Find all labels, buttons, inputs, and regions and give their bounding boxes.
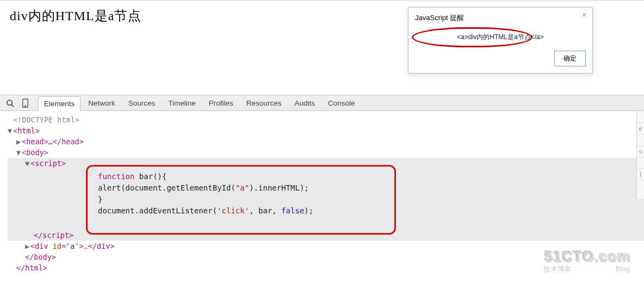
dom-script-close: </script>	[34, 230, 644, 241]
dom-head[interactable]: ▶<head>…</head>	[16, 136, 644, 147]
tab-resources[interactable]: Resources	[241, 96, 287, 110]
code-line-1: function bar(){	[98, 171, 313, 182]
dom-html-open[interactable]: ▼<html>	[8, 125, 644, 136]
tab-console[interactable]: Console	[323, 96, 361, 110]
sliver-cell-6: }	[637, 169, 644, 180]
dom-html-close: </html>	[16, 262, 644, 273]
tab-sources[interactable]: Sources	[123, 96, 161, 110]
alert-actions: 确定	[408, 46, 592, 73]
elements-dom-tree[interactable]: <!DOCTYPE html> ▼<html> ▶<head>…</head> …	[0, 111, 644, 282]
sliver-cell-5	[637, 157, 644, 169]
dom-doctype: <!DOCTYPE html>	[8, 114, 644, 125]
code-line-2: alert(document.getElementById("a").inner…	[98, 182, 313, 194]
tab-profiles[interactable]: Profiles	[203, 96, 239, 110]
tab-audits[interactable]: Audits	[289, 96, 320, 110]
alert-title-text: JavaScript 提醒	[415, 14, 464, 22]
script-source: function bar(){ alert(document.getElemen…	[98, 171, 313, 217]
svg-line-1	[11, 105, 14, 107]
code-line-4: document.addEventListener('click', bar, …	[98, 205, 313, 217]
search-icon[interactable]	[3, 96, 16, 109]
styles-sidebar-sliver[interactable]: e s }	[636, 112, 644, 199]
sliver-cell-3	[637, 134, 644, 146]
dom-body-open[interactable]: ▼<body>	[16, 147, 644, 158]
svg-point-3	[24, 105, 26, 106]
rendered-page: div内的HTML是a节点 JavaScript 提醒 × <a>div内的HT…	[0, 0, 644, 95]
alert-message-row: <a>div内的HTML是a节点</a>	[408, 26, 592, 46]
tab-elements[interactable]: Elements	[38, 96, 81, 111]
dom-script-open[interactable]: ▼<script>	[25, 158, 644, 169]
tab-network[interactable]: Network	[83, 96, 121, 110]
svg-point-0	[7, 100, 11, 105]
alert-ok-button[interactable]: 确定	[554, 51, 586, 66]
sliver-cell-1	[637, 112, 644, 123]
devtools-toolbar: Elements Network Sources Timeline Profil…	[0, 95, 644, 111]
sliver-cell-2: e	[637, 123, 644, 134]
sliver-cell-4: s	[637, 146, 644, 157]
tab-timeline[interactable]: Timeline	[163, 96, 201, 110]
alert-title-bar: JavaScript 提醒 ×	[408, 8, 592, 26]
alert-close-button[interactable]: ×	[579, 10, 589, 20]
code-line-3: }	[98, 194, 313, 205]
dom-body-close: </body>	[25, 252, 644, 262]
alert-message: <a>div内的HTML是a节点</a>	[457, 33, 543, 41]
device-mode-icon[interactable]	[18, 96, 32, 109]
js-alert-dialog: JavaScript 提醒 × <a>div内的HTML是a节点</a> 确定	[408, 7, 593, 73]
dom-div-a[interactable]: ▶<div id="a">…</div>	[25, 241, 644, 252]
